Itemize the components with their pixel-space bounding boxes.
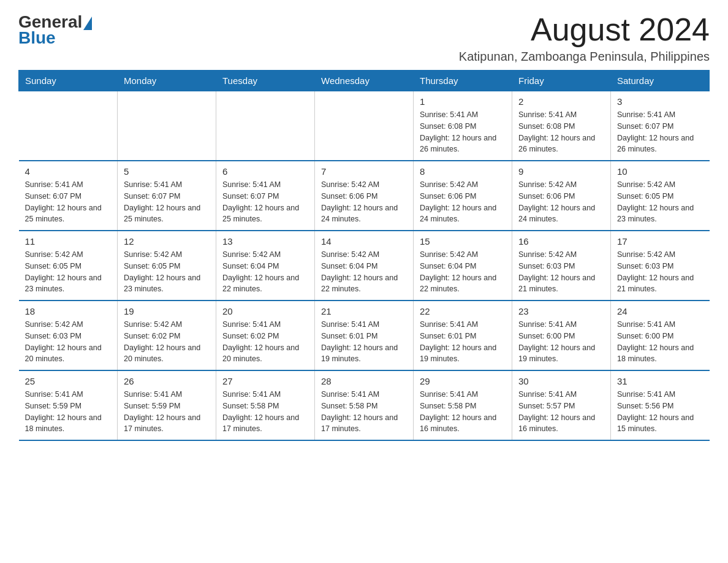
day-info: Sunrise: 5:41 AM Sunset: 6:08 PM Dayligh…: [518, 109, 604, 155]
calendar-cell: 19Sunrise: 5:42 AM Sunset: 6:02 PM Dayli…: [118, 301, 216, 370]
day-number: 2: [518, 96, 604, 107]
day-number: 28: [321, 376, 407, 386]
calendar-cell: 30Sunrise: 5:41 AM Sunset: 5:57 PM Dayli…: [512, 370, 611, 440]
calendar-cell: 31Sunrise: 5:41 AM Sunset: 5:56 PM Dayli…: [611, 370, 710, 440]
calendar-week-row: 11Sunrise: 5:42 AM Sunset: 6:05 PM Dayli…: [19, 231, 710, 301]
calendar-cell: 3Sunrise: 5:41 AM Sunset: 6:07 PM Daylig…: [611, 91, 710, 161]
day-info: Sunrise: 5:41 AM Sunset: 6:07 PM Dayligh…: [124, 179, 210, 225]
day-number: 17: [617, 236, 703, 247]
day-info: Sunrise: 5:41 AM Sunset: 5:57 PM Dayligh…: [518, 389, 604, 435]
day-info: Sunrise: 5:41 AM Sunset: 5:58 PM Dayligh…: [321, 389, 407, 435]
location-subtitle: Katipunan, Zamboanga Peninsula, Philippi…: [459, 50, 710, 64]
day-info: Sunrise: 5:42 AM Sunset: 6:03 PM Dayligh…: [25, 319, 112, 365]
calendar-header: SundayMondayTuesdayWednesdayThursdayFrid…: [19, 71, 710, 91]
day-info: Sunrise: 5:42 AM Sunset: 6:04 PM Dayligh…: [420, 249, 506, 295]
calendar-cell: 2Sunrise: 5:41 AM Sunset: 6:08 PM Daylig…: [512, 91, 611, 161]
day-info: Sunrise: 5:41 AM Sunset: 5:59 PM Dayligh…: [124, 389, 210, 435]
calendar-cell: 10Sunrise: 5:42 AM Sunset: 6:05 PM Dayli…: [611, 161, 710, 231]
day-info: Sunrise: 5:41 AM Sunset: 6:07 PM Dayligh…: [25, 179, 112, 225]
day-number: 10: [617, 166, 703, 177]
month-title: August 2024: [459, 12, 710, 47]
calendar-cell: [216, 91, 315, 161]
calendar-cell: 22Sunrise: 5:41 AM Sunset: 6:01 PM Dayli…: [414, 301, 512, 370]
calendar-cell: 7Sunrise: 5:42 AM Sunset: 6:06 PM Daylig…: [315, 161, 414, 231]
day-info: Sunrise: 5:41 AM Sunset: 5:59 PM Dayligh…: [25, 389, 112, 435]
calendar-cell: 16Sunrise: 5:42 AM Sunset: 6:03 PM Dayli…: [512, 231, 611, 301]
day-number: 16: [518, 236, 604, 247]
calendar-cell: 28Sunrise: 5:41 AM Sunset: 5:58 PM Dayli…: [315, 370, 414, 440]
calendar-cell: 1Sunrise: 5:41 AM Sunset: 6:08 PM Daylig…: [414, 91, 512, 161]
day-info: Sunrise: 5:41 AM Sunset: 6:07 PM Dayligh…: [222, 179, 308, 225]
day-number: 18: [25, 306, 112, 316]
day-number: 27: [222, 376, 308, 386]
day-info: Sunrise: 5:41 AM Sunset: 5:58 PM Dayligh…: [222, 389, 308, 435]
day-info: Sunrise: 5:42 AM Sunset: 6:05 PM Dayligh…: [617, 179, 703, 225]
calendar-cell: [315, 91, 414, 161]
calendar-cell: 18Sunrise: 5:42 AM Sunset: 6:03 PM Dayli…: [19, 301, 118, 370]
day-number: 9: [518, 166, 604, 177]
calendar-cell: 12Sunrise: 5:42 AM Sunset: 6:05 PM Dayli…: [118, 231, 216, 301]
calendar-cell: 26Sunrise: 5:41 AM Sunset: 5:59 PM Dayli…: [118, 370, 216, 440]
calendar-cell: 9Sunrise: 5:42 AM Sunset: 6:06 PM Daylig…: [512, 161, 611, 231]
weekday-header-row: SundayMondayTuesdayWednesdayThursdayFrid…: [19, 71, 710, 91]
day-number: 3: [617, 96, 703, 107]
weekday-header-friday: Friday: [512, 71, 611, 91]
day-number: 6: [222, 166, 308, 177]
calendar-week-row: 25Sunrise: 5:41 AM Sunset: 5:59 PM Dayli…: [19, 370, 710, 440]
day-info: Sunrise: 5:41 AM Sunset: 6:08 PM Dayligh…: [420, 109, 506, 155]
calendar-cell: 23Sunrise: 5:41 AM Sunset: 6:00 PM Dayli…: [512, 301, 611, 370]
calendar-cell: 8Sunrise: 5:42 AM Sunset: 6:06 PM Daylig…: [414, 161, 512, 231]
day-number: 30: [518, 376, 604, 386]
calendar-cell: 14Sunrise: 5:42 AM Sunset: 6:04 PM Dayli…: [315, 231, 414, 301]
day-info: Sunrise: 5:41 AM Sunset: 6:01 PM Dayligh…: [321, 319, 407, 365]
calendar-cell: [19, 91, 118, 161]
weekday-header-thursday: Thursday: [414, 71, 512, 91]
day-info: Sunrise: 5:42 AM Sunset: 6:03 PM Dayligh…: [518, 249, 604, 295]
day-info: Sunrise: 5:41 AM Sunset: 5:56 PM Dayligh…: [617, 389, 703, 435]
calendar-cell: 20Sunrise: 5:41 AM Sunset: 6:02 PM Dayli…: [216, 301, 315, 370]
calendar-cell: 25Sunrise: 5:41 AM Sunset: 5:59 PM Dayli…: [19, 370, 118, 440]
weekday-header-saturday: Saturday: [611, 71, 710, 91]
header-area: General Blue August 2024 Katipunan, Zamb…: [18, 12, 710, 64]
day-number: 23: [518, 306, 604, 316]
calendar-table: SundayMondayTuesdayWednesdayThursdayFrid…: [18, 70, 710, 441]
day-info: Sunrise: 5:42 AM Sunset: 6:03 PM Dayligh…: [617, 249, 703, 295]
day-number: 1: [420, 96, 506, 107]
day-info: Sunrise: 5:41 AM Sunset: 6:02 PM Dayligh…: [222, 319, 308, 365]
weekday-header-sunday: Sunday: [19, 71, 118, 91]
day-info: Sunrise: 5:42 AM Sunset: 6:05 PM Dayligh…: [124, 249, 210, 295]
day-number: 20: [222, 306, 308, 316]
day-number: 31: [617, 376, 703, 386]
day-number: 7: [321, 166, 407, 177]
day-info: Sunrise: 5:41 AM Sunset: 6:00 PM Dayligh…: [617, 319, 703, 365]
calendar-cell: 17Sunrise: 5:42 AM Sunset: 6:03 PM Dayli…: [611, 231, 710, 301]
calendar-cell: [118, 91, 216, 161]
day-info: Sunrise: 5:42 AM Sunset: 6:06 PM Dayligh…: [420, 179, 506, 225]
day-number: 8: [420, 166, 506, 177]
day-number: 19: [124, 306, 210, 316]
logo-triangle-icon: [83, 17, 92, 30]
calendar-cell: 6Sunrise: 5:41 AM Sunset: 6:07 PM Daylig…: [216, 161, 315, 231]
day-number: 26: [124, 376, 210, 386]
calendar-cell: 13Sunrise: 5:42 AM Sunset: 6:04 PM Dayli…: [216, 231, 315, 301]
calendar-cell: 4Sunrise: 5:41 AM Sunset: 6:07 PM Daylig…: [19, 161, 118, 231]
day-info: Sunrise: 5:42 AM Sunset: 6:06 PM Dayligh…: [518, 179, 604, 225]
weekday-header-wednesday: Wednesday: [315, 71, 414, 91]
day-number: 24: [617, 306, 703, 316]
day-info: Sunrise: 5:42 AM Sunset: 6:06 PM Dayligh…: [321, 179, 407, 225]
day-info: Sunrise: 5:41 AM Sunset: 6:01 PM Dayligh…: [420, 319, 506, 365]
day-info: Sunrise: 5:42 AM Sunset: 6:02 PM Dayligh…: [124, 319, 210, 365]
day-number: 25: [25, 376, 112, 386]
day-info: Sunrise: 5:42 AM Sunset: 6:04 PM Dayligh…: [321, 249, 407, 295]
calendar-cell: 24Sunrise: 5:41 AM Sunset: 6:00 PM Dayli…: [611, 301, 710, 370]
day-number: 29: [420, 376, 506, 386]
logo: General Blue: [18, 12, 92, 48]
weekday-header-monday: Monday: [118, 71, 216, 91]
calendar-cell: 27Sunrise: 5:41 AM Sunset: 5:58 PM Dayli…: [216, 370, 315, 440]
day-number: 22: [420, 306, 506, 316]
day-number: 14: [321, 236, 407, 247]
calendar-week-row: 1Sunrise: 5:41 AM Sunset: 6:08 PM Daylig…: [19, 91, 710, 161]
title-block: August 2024 Katipunan, Zamboanga Peninsu…: [459, 12, 710, 64]
calendar-cell: 15Sunrise: 5:42 AM Sunset: 6:04 PM Dayli…: [414, 231, 512, 301]
day-number: 15: [420, 236, 506, 247]
